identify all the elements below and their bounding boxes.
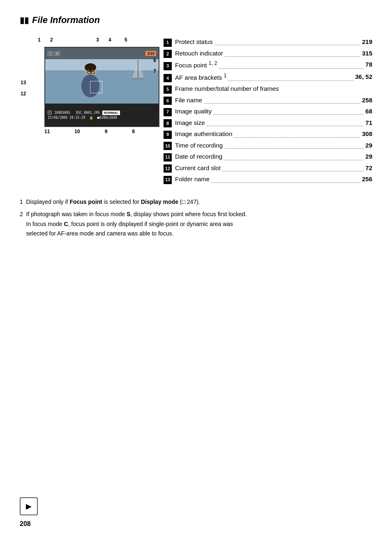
item-label-10: Time of recording	[175, 141, 223, 150]
play-icon-box: ▶	[20, 497, 38, 515]
item-dots-7	[213, 105, 364, 115]
svg-point-7	[92, 69, 93, 71]
left-labels: 13 12	[21, 77, 26, 99]
list-item: 7 Image quality 68	[164, 106, 372, 116]
item-dots-1	[214, 36, 360, 45]
item-num-4: 4	[164, 74, 172, 82]
page-number: 208	[20, 520, 31, 528]
item-label-6: File name	[175, 95, 202, 105]
diagram-section: 1 2 3 4 5	[20, 37, 151, 186]
diag-label-10: 10	[74, 129, 80, 134]
item-label-7: Image quality	[175, 106, 212, 116]
list-item: 2 Retouch indicator 315	[164, 48, 372, 58]
item-num-8: 8	[164, 119, 172, 127]
list-item: 3 Focus point 1, 2 78	[164, 60, 372, 70]
item-label-8: Image size	[175, 118, 205, 127]
list-item: 5 Frame number/total number of frames	[164, 84, 372, 94]
list-item: 9 Image authentication 308	[164, 129, 372, 139]
item-page-12: 72	[365, 163, 372, 173]
status-row2: 15/04/2009 10:15:29 🔒 ■4288x2848	[48, 116, 120, 120]
diag-label-12: 12	[21, 88, 26, 99]
diag-label-3: 3	[96, 37, 99, 43]
diag-label-13: 13	[21, 77, 26, 88]
info-list: 1 Protect status 219 2 Retouch indicator…	[164, 37, 372, 186]
item-page-6: 258	[362, 95, 372, 105]
item-num-12: 12	[164, 164, 172, 173]
diag-label-7: 7	[153, 66, 156, 76]
title-text: File Information	[32, 15, 100, 25]
list-item: 11 Date of recording 29	[164, 152, 372, 162]
item-label-13: Folder name	[175, 174, 210, 184]
list-item: 4 AF area brackets 1 36, 52	[164, 72, 372, 83]
item-num-1: 1	[164, 39, 172, 47]
diag-label-11: 11	[44, 129, 50, 134]
camera-diagram: ⊡ ⊞ 1/10 ⊡ 100D300S DSC_0001.JPG NORMAL	[44, 47, 159, 127]
svg-rect-1	[138, 60, 138, 81]
footnote-2: 2 If photograph was taken in focus mode …	[20, 210, 372, 239]
list-item: 13 Folder name 256	[164, 174, 372, 184]
item-page-13: 256	[362, 174, 372, 184]
item-page-2: 315	[362, 48, 372, 58]
item-dots-2	[225, 47, 360, 57]
item-dots-8	[207, 117, 364, 126]
diag-label-6: 6	[153, 55, 156, 66]
item-page-11: 29	[365, 152, 372, 161]
item-label-1: Protect status	[175, 37, 213, 46]
normal-badge: NORMAL	[102, 111, 120, 115]
item-dots-12	[222, 162, 364, 171]
diag-label-9: 9	[105, 129, 108, 134]
item-num-10: 10	[164, 142, 172, 150]
list-item: 6 File name 258	[164, 95, 372, 105]
title-icon: ▮▮	[20, 15, 29, 25]
item-label-12: Current card slot	[175, 163, 221, 173]
page-title: ▮▮ File Information	[20, 15, 372, 25]
item-label-4: AF area brackets 1	[175, 72, 226, 82]
item-label-2: Retouch indicator	[175, 48, 223, 58]
status-row1: 100D300S DSC_0001.JPG	[54, 111, 100, 115]
diag-label-8: 8	[132, 129, 135, 134]
item-num-7: 7	[164, 108, 172, 116]
play-icon: ▶	[26, 502, 32, 511]
content-area: 1 2 3 4 5	[20, 37, 372, 186]
item-label-9: Image authentication	[175, 129, 232, 138]
item-num-5: 5	[164, 85, 172, 94]
footnotes: 1 Displayed only if Focus point is selec…	[20, 197, 372, 239]
page: ▮▮ File Information 1 2 3 4 5	[0, 0, 392, 261]
item-num-2: 2	[164, 50, 172, 58]
item-page-7: 68	[365, 106, 372, 116]
diag-label-2: 2	[50, 37, 53, 43]
item-dots-6	[204, 94, 360, 104]
item-dots-4	[228, 71, 353, 81]
camera-bottom-bar: ⊡ 100D300S DSC_0001.JPG NORMAL 15/04/200…	[45, 104, 159, 126]
list-item: 1 Protect status 219	[164, 37, 372, 47]
item-page-3: 78	[365, 60, 372, 70]
item-dots-13	[211, 173, 360, 182]
item-label-5: Frame number/total number of frames	[175, 84, 279, 93]
item-num-3: 3	[164, 62, 172, 70]
item-label-3: Focus point 1, 2	[175, 60, 217, 70]
item-dots-10	[224, 139, 364, 149]
diag-label-4: 4	[108, 37, 111, 43]
item-dots-11	[224, 150, 364, 160]
item-page-4: 36, 52	[355, 72, 372, 82]
item-dots-3	[219, 58, 364, 69]
list-item: 12 Current card slot 72	[164, 163, 372, 173]
svg-rect-2	[132, 78, 144, 80]
item-num-9: 9	[164, 131, 172, 139]
item-num-6: 6	[164, 97, 172, 105]
svg-point-6	[88, 69, 89, 71]
list-item: 8 Image size 71	[164, 118, 372, 128]
item-dots-9	[234, 128, 360, 137]
item-page-10: 29	[365, 141, 372, 150]
svg-point-5	[85, 63, 96, 72]
footnote-2-text: 2 If photograph was taken in focus mode …	[20, 211, 247, 237]
diag-label-5: 5	[125, 37, 127, 43]
item-num-11: 11	[164, 153, 172, 162]
item-page-9: 308	[362, 129, 372, 138]
footnote-1: 1 Displayed only if Focus point is selec…	[20, 197, 372, 207]
item-page-1: 219	[362, 37, 372, 46]
bottom-labels: 11 10 9 8	[32, 129, 147, 134]
right-labels: 6 7	[153, 55, 156, 77]
diag-label-1: 1	[38, 37, 41, 43]
footnote-1-text: 1 Displayed only if Focus point is selec…	[20, 198, 200, 205]
